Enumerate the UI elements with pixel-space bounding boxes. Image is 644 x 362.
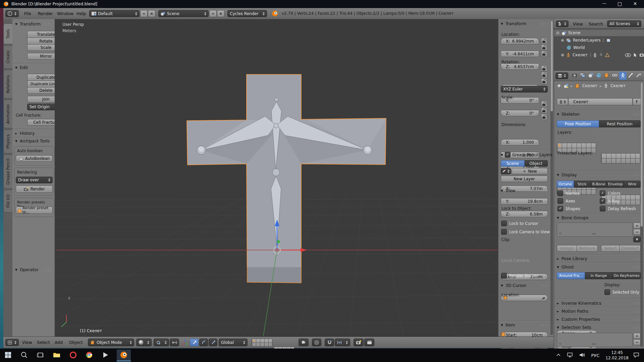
npanel-scrollbar[interactable] <box>550 20 553 335</box>
maximize-button[interactable] <box>612 0 627 8</box>
rest-position-button[interactable]: Rest Position <box>599 120 641 127</box>
colors-checkbox[interactable]: ✓ <box>600 190 605 196</box>
display-delay-row[interactable]: Delay Refresh <box>600 206 636 212</box>
tab-animation[interactable]: Animation <box>3 100 12 128</box>
pin-icon[interactable] <box>557 84 561 88</box>
render-engine-selector[interactable]: Cycles Render <box>227 10 267 17</box>
tab-object[interactable] <box>603 72 610 80</box>
shapes-checkbox[interactable]: ✓ <box>557 206 563 212</box>
viewport-layers-grid-1[interactable] <box>252 339 272 347</box>
layout-add-button[interactable]: ＋ <box>140 10 148 17</box>
gp-new-layer-button[interactable]: New Layer <box>501 176 548 182</box>
layout-delete-button[interactable]: ✕ <box>148 10 155 17</box>
proportional-edit-button[interactable] <box>312 339 321 346</box>
custom-properties-panel-header[interactable]: ►Custom Properties <box>557 317 600 322</box>
editor-type-button[interactable]: i <box>5 10 19 17</box>
selection-sets-list[interactable]: ⊕ ══ <box>557 333 633 347</box>
names-checkbox[interactable] <box>557 190 563 196</box>
screen-layout-selector[interactable]: Default <box>89 10 140 17</box>
selection-sets-panel-header[interactable]: ▼Selection Sets <box>557 325 591 330</box>
armature-layers-grid-2[interactable] <box>601 153 640 164</box>
viewport-menu-object[interactable]: Object <box>69 340 83 345</box>
grease-pencil-header[interactable]: ▼✓ Grease Pencil Layers <box>501 152 552 158</box>
ghost-on-keyframes[interactable]: On Keyframes <box>613 272 641 279</box>
task-view-button[interactable] <box>37 352 44 359</box>
tab-physics[interactable]: Physics <box>3 129 12 154</box>
panel-history-header[interactable]: ►History <box>15 131 35 136</box>
pose-rest-toggle[interactable]: Pose Position Rest Position <box>557 120 641 127</box>
breadcrumb-armature-icon[interactable] <box>604 83 608 88</box>
display-wire[interactable]: Wire <box>624 181 641 188</box>
outliner-row-world[interactable]: World <box>561 44 641 51</box>
viewport-menu-select[interactable]: Select <box>37 340 50 345</box>
tab-bone-constraints[interactable] <box>635 72 643 80</box>
render-border-checkbox[interactable] <box>501 273 507 279</box>
gp-source-toggle[interactable]: Scene Object <box>501 160 548 167</box>
outliner-row-renderlayers[interactable]: ⊕ RenderLayers| <box>561 37 641 44</box>
transform-orientation-dropdown[interactable]: Global <box>219 339 248 346</box>
delay-refresh-checkbox[interactable] <box>600 206 605 212</box>
render-button[interactable]: Render <box>16 185 53 193</box>
location-x-field[interactable]: ‹X:6.9942mm› <box>501 38 539 44</box>
auto-boolean-button[interactable]: AutoBoolean <box>16 155 53 162</box>
viewport-3d[interactable]: User Persp Meters y (1) Скелет <box>55 19 554 337</box>
xray-checkbox[interactable]: ✓ <box>600 198 605 204</box>
rotation-z-lock[interactable] <box>541 78 547 84</box>
viewport-shading-dropdown[interactable] <box>136 339 152 346</box>
location-z-lock[interactable] <box>541 51 547 57</box>
minimize-button[interactable]: — <box>597 0 612 8</box>
menu-render[interactable]: Render <box>38 11 53 16</box>
bone-group-select-button[interactable]: Select <box>601 245 620 252</box>
viewport-menu-add[interactable]: Add <box>55 340 63 345</box>
menu-window[interactable]: Window <box>57 11 73 16</box>
lock-to-cursor-checkbox[interactable] <box>501 221 507 226</box>
display-octahedral[interactable]: Octahe <box>557 181 574 188</box>
ghost-in-range[interactable]: In Range <box>585 272 613 279</box>
manipulator-rotate-button[interactable] <box>199 339 208 346</box>
chrome-button[interactable] <box>86 352 93 359</box>
display-names-row[interactable]: Names <box>557 190 580 196</box>
tab-constraints[interactable] <box>611 72 619 80</box>
lock-camera-checkbox[interactable] <box>501 229 507 235</box>
snap-button[interactable] <box>325 339 334 346</box>
taskbar-search-button[interactable] <box>21 352 28 359</box>
tab-tools[interactable]: Tools <box>3 23 12 44</box>
manipulator-scale-button[interactable] <box>209 339 217 346</box>
location-y-field[interactable]: ‹Y:-4.6411cm› <box>501 51 539 57</box>
ghost-panel-header[interactable]: ▼Ghost <box>557 264 574 269</box>
ghost-around-frame[interactable]: Around Fra... <box>557 272 585 279</box>
display-panel-header[interactable]: ▼Display <box>557 172 577 177</box>
selected-only-checkbox[interactable] <box>604 289 610 295</box>
scene-selector[interactable]: Scene <box>158 10 209 17</box>
tab-relations[interactable]: Relations <box>3 70 12 99</box>
outliner-editor-type-button[interactable] <box>556 20 569 27</box>
bone-group-add-button[interactable]: ＋ <box>633 223 641 229</box>
renderability-camera-icon[interactable] <box>639 53 644 57</box>
pose-position-button[interactable]: Pose Position <box>557 120 599 127</box>
outliner-filter-dropdown[interactable]: All Scenes <box>607 20 641 27</box>
pivot-align-toggle[interactable] <box>170 339 179 346</box>
tab-create[interactable]: Create <box>3 45 12 69</box>
ghost-selected-only-row[interactable]: Selected Only <box>604 289 639 295</box>
notification-center-icon[interactable] <box>633 352 639 359</box>
menu-file[interactable]: File <box>24 11 31 16</box>
panel-edit-header[interactable]: ▼Edit <box>15 65 28 70</box>
scale-y-lock[interactable] <box>541 107 547 114</box>
view-panel-header[interactable]: ▼View <box>501 188 516 193</box>
pose-library-panel-header[interactable]: ►Pose Library <box>557 256 587 261</box>
render-opengl-anim-button[interactable] <box>364 339 374 346</box>
file-explorer-button[interactable] <box>53 352 60 359</box>
menu-help[interactable]: Help <box>76 11 86 16</box>
manipulator-translate-button[interactable] <box>190 339 199 346</box>
viewport-editor-type-button[interactable] <box>5 339 19 346</box>
gp-pencil-dropdown[interactable] <box>501 168 511 174</box>
grease-pencil-checkbox[interactable]: ✓ <box>505 152 511 158</box>
outliner-menu-search[interactable]: Search <box>589 21 603 26</box>
tab-armature-data[interactable] <box>619 72 627 80</box>
tab-world[interactable] <box>595 72 602 80</box>
gp-new-button[interactable]: ＋New <box>512 168 548 174</box>
clock[interactable]: 12:45 12.02.2018 <box>605 350 629 361</box>
gp-scene-tab[interactable]: Scene <box>501 160 525 167</box>
outliner-menu-view[interactable]: View <box>573 21 583 26</box>
close-button[interactable]: ✕ <box>628 0 643 8</box>
